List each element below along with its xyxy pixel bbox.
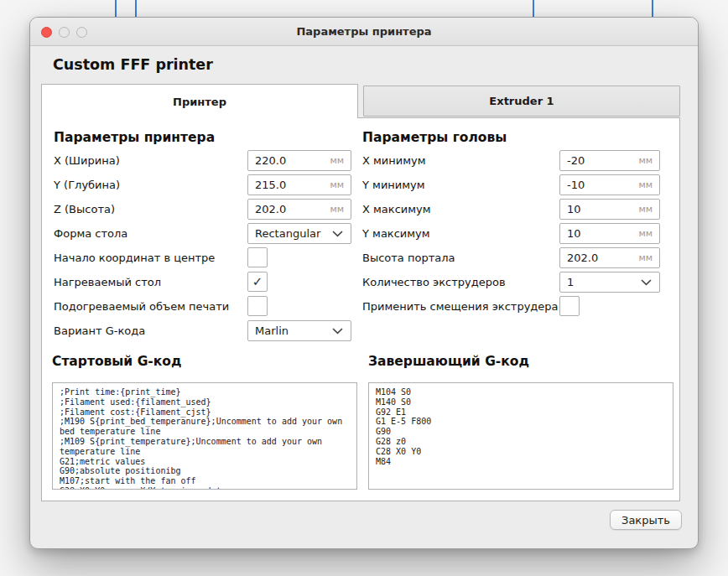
extruder-count-select[interactable]: 1 [559, 272, 660, 293]
printer-settings-column: Параметры принтера X (Ширина) мм Y (Глуб… [54, 130, 351, 343]
field-row-y-depth: Y (Глубина) мм [54, 173, 351, 197]
unit-label: мм [330, 175, 344, 195]
end-gcode-textarea[interactable]: M104 S0 M140 S0 G92 E1 G1 E-5 F800 G90 G… [368, 382, 673, 490]
origin-at-center-checkbox[interactable] [247, 247, 268, 267]
minimize-window-icon[interactable] [59, 27, 70, 38]
field-label: Z (Высота) [54, 197, 252, 221]
field-label: Форма стола [54, 221, 252, 246]
unit-label: мм [638, 175, 653, 195]
x-width-input[interactable]: мм [247, 150, 351, 171]
start-gcode-textarea[interactable]: ;Print time:{print_time} ;Filament used:… [52, 382, 357, 490]
field-row-x-width: X (Ширина) мм [54, 148, 351, 173]
gcode-flavor-select[interactable]: Marlin [247, 320, 351, 341]
heated-build-volume-checkbox[interactable] [247, 296, 268, 316]
heated-bed-checkbox[interactable]: ✓ [247, 272, 268, 292]
unit-label: мм [638, 200, 653, 219]
field-label: Y (Глубина) [54, 173, 252, 197]
field-label: Высота портала [362, 246, 562, 270]
start-gcode-block: Стартовый G-код ;Print time:{print_time}… [52, 354, 357, 493]
field-label: Подогреваемый объем печати [54, 294, 252, 319]
traffic-lights [41, 27, 87, 38]
field-label: X (Ширина) [54, 148, 252, 173]
unit-label: мм [638, 151, 653, 170]
tab-bar: Принтер Extruder 1 [41, 84, 680, 118]
gantry-height-input[interactable]: мм [559, 247, 660, 268]
selected-value: Marlin [255, 324, 289, 337]
field-label: Применить смещения экструдера к GCo [362, 294, 560, 319]
background-guide-line [135, 0, 137, 18]
field-row-x-max: X максимум мм [362, 197, 661, 221]
printer-tab-content: Параметры принтера X (Ширина) мм Y (Глуб… [41, 117, 680, 501]
chevron-down-icon [332, 231, 343, 237]
printhead-settings-column: Параметры головы X минимум мм Y минимум … [362, 130, 661, 319]
field-label: Нагреваемый стол [54, 270, 252, 294]
tab-extruder-1-label: Extruder 1 [489, 95, 554, 107]
x-max-input[interactable]: мм [559, 199, 660, 220]
selected-value: Rectangular [255, 227, 320, 240]
field-label: Y минимум [362, 173, 562, 197]
field-row-apply-extruder-offsets: Применить смещения экструдера к GCo [362, 294, 661, 319]
unit-label: мм [330, 200, 344, 219]
title-bar: Параметры принтера [30, 18, 698, 46]
z-height-input[interactable]: мм [247, 199, 351, 220]
y-min-input[interactable]: мм [559, 174, 660, 195]
y-max-input[interactable]: мм [559, 223, 660, 244]
printhead-section-title: Параметры головы [362, 130, 661, 148]
unit-label: мм [330, 151, 344, 170]
field-label: Количество экструдеров [362, 270, 562, 294]
field-row-build-plate-shape: Форма стола Rectangular [54, 221, 351, 246]
field-label: Начало координат в центре [54, 246, 252, 270]
y-depth-input[interactable]: мм [247, 174, 351, 195]
field-row-gcode-flavor: Вариант G-кода Marlin [54, 319, 351, 343]
field-row-heated-bed: Нагреваемый стол ✓ [54, 270, 351, 294]
printer-settings-dialog: Параметры принтера Custom FFF printer Пр… [29, 17, 699, 549]
end-gcode-title: Завершающий G-код [368, 354, 673, 369]
build-plate-shape-select[interactable]: Rectangular [247, 223, 351, 244]
unit-label: мм [638, 224, 653, 243]
field-row-extruder-count: Количество экструдеров 1 [362, 270, 661, 294]
background-guide-line [533, 0, 534, 18]
printer-section-title: Параметры принтера [54, 130, 351, 148]
field-row-z-height: Z (Высота) мм [54, 197, 351, 221]
tab-printer-label: Принтер [173, 96, 226, 108]
field-row-y-max: Y максимум мм [362, 221, 661, 246]
tab-extruder-1[interactable]: Extruder 1 [363, 86, 680, 117]
field-label: X минимум [362, 148, 562, 173]
window-title: Параметры принтера [30, 18, 698, 46]
field-row-y-min: Y минимум мм [362, 173, 661, 197]
printer-name-heading: Custom FFF printer [53, 56, 213, 73]
start-gcode-title: Стартовый G-код [52, 354, 357, 369]
tab-printer[interactable]: Принтер [41, 84, 358, 118]
close-button[interactable]: Закрыть [610, 510, 682, 530]
close-window-icon[interactable] [41, 27, 52, 38]
checkbox-mark: ✓ [252, 274, 263, 289]
field-label: Вариант G-кода [54, 319, 252, 343]
apply-extruder-offsets-checkbox[interactable] [559, 296, 580, 316]
zoom-window-icon[interactable] [76, 27, 87, 38]
field-row-origin-at-center: Начало координат в центре [54, 246, 351, 270]
unit-label: мм [638, 248, 653, 267]
end-gcode-block: Завершающий G-код M104 S0 M140 S0 G92 E1… [368, 354, 673, 493]
selected-value: 1 [567, 276, 574, 288]
field-label: Y максимум [362, 221, 562, 246]
field-label: X максимум [362, 197, 562, 221]
x-min-input[interactable]: мм [559, 150, 660, 171]
field-row-gantry-height: Высота портала мм [362, 246, 661, 270]
background-guide-line [115, 0, 117, 18]
chevron-down-icon [332, 328, 343, 335]
field-row-heated-build-volume: Подогреваемый объем печати [54, 294, 351, 319]
field-row-x-min: X минимум мм [362, 148, 661, 173]
background-guide-line [652, 0, 653, 18]
chevron-down-icon [641, 279, 652, 286]
